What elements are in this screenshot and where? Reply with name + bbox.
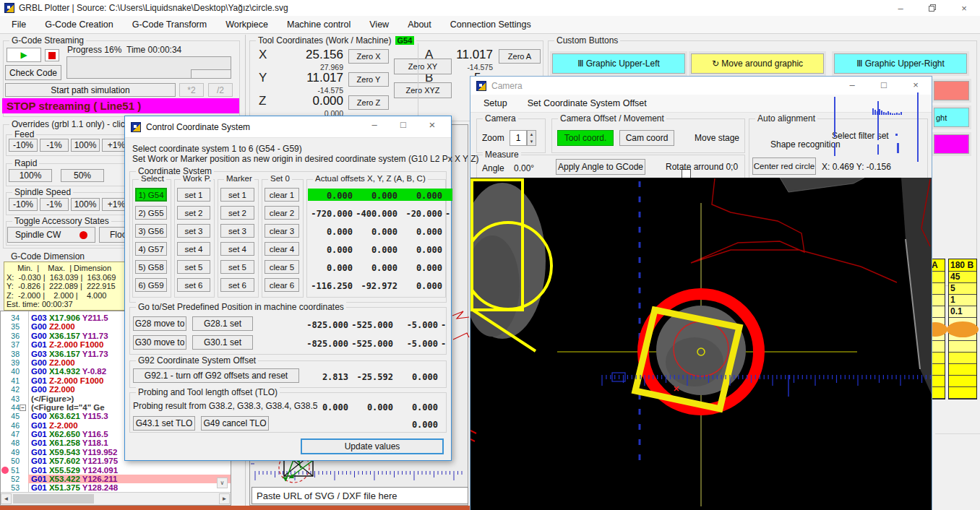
jog-a-cell-7[interactable] bbox=[930, 341, 945, 353]
cs-marker-button-4[interactable]: set 4 bbox=[220, 242, 254, 256]
gcode-line[interactable]: 53G01 X51.375 Y128.248 bbox=[1, 483, 231, 492]
camera-close-icon[interactable]: × bbox=[900, 77, 932, 92]
cs-work-button-5[interactable]: set 5 bbox=[177, 260, 210, 274]
menu-item-machine-control[interactable]: Machine control bbox=[287, 20, 351, 30]
jog-b-header[interactable]: 180 B bbox=[949, 259, 976, 272]
jog-a-cell-4[interactable] bbox=[930, 306, 945, 318]
cs-clear-button-5[interactable]: clear 5 bbox=[265, 260, 299, 274]
g28-set-button[interactable]: G28.1 set bbox=[192, 316, 253, 331]
cs-clear-button-6[interactable]: clear 6 bbox=[265, 278, 299, 292]
camera-titlebar[interactable]: Camera – □ × bbox=[470, 77, 932, 95]
cs-select-button-3[interactable]: 3) G56 bbox=[135, 224, 167, 238]
custom-button-1[interactable]: Ⅲ Graphic Upper-Left bbox=[552, 53, 685, 74]
zero-xyz-button[interactable]: Zero XYZ bbox=[394, 82, 452, 98]
cs-clear-button-2[interactable]: clear 2 bbox=[265, 206, 299, 220]
cs-marker-button-1[interactable]: set 1 bbox=[220, 188, 254, 202]
close-icon[interactable]: × bbox=[948, 0, 980, 16]
cs-work-button-6[interactable]: set 6 bbox=[177, 278, 210, 292]
tool-coord-button[interactable]: Tool coord. bbox=[557, 130, 614, 146]
gcode-line[interactable]: 51G01 X55.529 Y124.091 bbox=[1, 466, 231, 475]
hscrollbar[interactable]: ◄ ► bbox=[1, 492, 231, 505]
g92-reset-button[interactable]: G92.1 - turn off G92 offsets and reset bbox=[133, 368, 299, 383]
cs-work-button-3[interactable]: set 3 bbox=[177, 224, 210, 238]
jog-b-cell-9[interactable] bbox=[949, 364, 976, 376]
cs-clear-button-4[interactable]: clear 4 bbox=[265, 242, 299, 256]
stepper-down-icon[interactable]: ▼ bbox=[530, 139, 534, 144]
menu-item-workpiece[interactable]: Workpiece bbox=[225, 20, 268, 30]
jog-b-cell-2[interactable]: 5 bbox=[949, 283, 976, 295]
cs-select-button-5[interactable]: 5) G58 bbox=[135, 260, 167, 274]
rapid-override-100[interactable]: 100% bbox=[9, 169, 52, 182]
menu-item-file[interactable]: File bbox=[12, 20, 26, 30]
camera-view[interactable] bbox=[470, 178, 932, 510]
zero-xy-button[interactable]: Zero XY bbox=[394, 59, 452, 74]
cs-select-button-6[interactable]: 6) G59 bbox=[135, 278, 167, 292]
jog-a-cell-9[interactable] bbox=[930, 364, 945, 376]
spindle-override-100[interactable]: 100% bbox=[71, 198, 100, 211]
jog-b-indicator[interactable] bbox=[947, 321, 979, 337]
custom-button-2[interactable]: ↻ Move around graphic bbox=[691, 53, 824, 74]
minimize-icon[interactable]: – bbox=[885, 0, 916, 16]
dialog-titlebar[interactable]: Control Coordinate System – □ × bbox=[125, 116, 451, 138]
hscroll-right-icon[interactable]: ► bbox=[219, 493, 230, 504]
menu-item-connection-settings[interactable]: Connection Settings bbox=[450, 20, 531, 30]
camera-minimize-icon[interactable]: – bbox=[836, 77, 868, 92]
jog-b-cell-4[interactable]: 0.1 bbox=[949, 306, 976, 318]
g30-set-button[interactable]: G30.1 set bbox=[192, 335, 253, 350]
jog-b-cell-7[interactable] bbox=[949, 341, 976, 353]
fold-toggle-icon[interactable]: − bbox=[20, 405, 26, 411]
center-red-circle-button[interactable]: Center red circle bbox=[752, 157, 816, 175]
jog-a-cell-10[interactable] bbox=[930, 376, 945, 387]
stepper-up-icon[interactable]: ▲ bbox=[530, 132, 534, 137]
stream-play-button[interactable]: ▶ bbox=[7, 48, 41, 62]
zero-y-button[interactable]: Zero Y bbox=[348, 72, 389, 87]
dialog-minimize-icon[interactable]: – bbox=[360, 116, 389, 132]
spindle-override--10[interactable]: -10% bbox=[9, 198, 38, 211]
restore-icon[interactable] bbox=[916, 0, 948, 16]
jog-a-cell-8[interactable] bbox=[930, 353, 945, 364]
cs-marker-button-6[interactable]: set 6 bbox=[220, 278, 254, 292]
jog-a-header[interactable]: A bbox=[930, 259, 945, 272]
apply-angle-button[interactable]: Apply Angle to GCode bbox=[556, 159, 645, 175]
check-code-button[interactable]: Check Code bbox=[5, 65, 61, 80]
cs-clear-button-1[interactable]: clear 1 bbox=[265, 188, 299, 202]
cs-select-button-1[interactable]: 1) G54 bbox=[135, 188, 167, 202]
g30-move-button[interactable]: G30 move to bbox=[133, 335, 186, 350]
stream-stop-button[interactable] bbox=[45, 49, 59, 61]
speed-div2-button[interactable]: /2 bbox=[208, 83, 233, 97]
feed-override-100[interactable]: 100% bbox=[71, 139, 100, 152]
menu-item-about[interactable]: About bbox=[408, 20, 431, 30]
jog-b-cell-11[interactable] bbox=[949, 387, 976, 399]
cs-work-button-1[interactable]: set 1 bbox=[177, 188, 210, 202]
cam-coord-button[interactable]: Cam coord bbox=[619, 130, 674, 146]
vscroll-down-icon[interactable]: ∨ bbox=[217, 477, 228, 488]
cs-marker-button-5[interactable]: set 5 bbox=[220, 260, 254, 274]
zoom-stepper[interactable]: ▲▼ bbox=[527, 130, 536, 146]
g28-move-button[interactable]: G28 move to bbox=[133, 316, 186, 331]
hscroll-thumb[interactable] bbox=[13, 494, 94, 503]
rapid-override-50[interactable]: 50% bbox=[61, 169, 104, 182]
cs-marker-button-2[interactable]: set 2 bbox=[220, 206, 254, 220]
dialog-maximize-icon[interactable]: □ bbox=[389, 116, 418, 132]
zero-a-button[interactable]: Zero A bbox=[499, 49, 541, 64]
custom-side-button-2[interactable]: ght bbox=[934, 108, 969, 127]
speed-x2-button[interactable]: *2 bbox=[179, 83, 204, 97]
jog-a-cell-3[interactable] bbox=[930, 295, 945, 306]
feed-override--1[interactable]: -1% bbox=[40, 139, 69, 152]
zoom-value-field[interactable]: 1 bbox=[510, 130, 527, 146]
zero-x-button[interactable]: Zero X bbox=[348, 49, 389, 64]
menu-item-view[interactable]: View bbox=[369, 20, 389, 30]
jog-a-cell-2[interactable] bbox=[930, 283, 945, 295]
jog-b-cell-8[interactable] bbox=[949, 353, 976, 364]
camera-menu-setup[interactable]: Setup bbox=[483, 98, 507, 108]
cs-select-button-2[interactable]: 2) G55 bbox=[135, 206, 167, 220]
camera-menu-set-coordinate-system-offset[interactable]: Set Coordinate System Offset bbox=[528, 98, 647, 108]
tlo-cancel-button[interactable]: G49 cancel TLO bbox=[201, 416, 269, 431]
zero-z-button[interactable]: Zero Z bbox=[348, 95, 389, 110]
cs-clear-button-3[interactable]: clear 3 bbox=[265, 224, 299, 238]
feed-override--10[interactable]: -10% bbox=[9, 139, 38, 152]
menu-item-g-code-transform[interactable]: G-Code Transform bbox=[132, 20, 207, 30]
tlo-set-button[interactable]: G43.1 set TLO bbox=[133, 416, 195, 431]
stop-streaming-button[interactable]: STOP streaming ( Line51 ) bbox=[2, 98, 239, 113]
custom-button-3[interactable]: Ⅲ Graphic Upper-Right bbox=[834, 53, 967, 74]
